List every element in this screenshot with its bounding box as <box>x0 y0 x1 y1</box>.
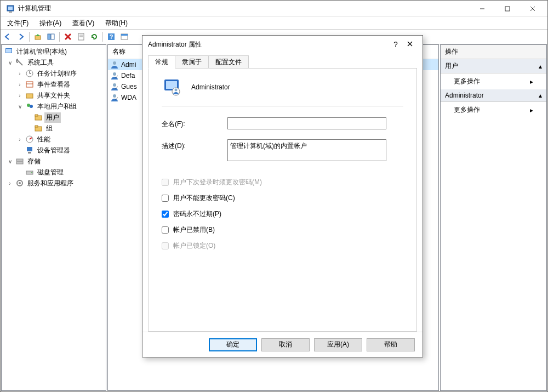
svg-rect-9 <box>51 34 54 39</box>
actions-header: 操作 <box>441 45 546 59</box>
dialog-help-button[interactable]: ? <box>389 40 403 49</box>
expand-icon[interactable]: ∨ <box>6 59 14 66</box>
list-item-label: Defa <box>121 72 135 79</box>
fullname-label: 全名(F): <box>162 117 227 129</box>
close-button[interactable] <box>520 1 545 17</box>
device-icon <box>25 146 34 155</box>
back-button[interactable] <box>2 31 14 43</box>
expand-icon[interactable]: › <box>16 92 24 99</box>
expand-icon[interactable]: ∨ <box>6 157 14 165</box>
tree-device-manager[interactable]: 设备管理器 <box>2 145 106 156</box>
show-hide-tree-button[interactable] <box>45 31 57 43</box>
tools-icon <box>15 58 24 67</box>
folder-icon <box>34 124 43 133</box>
tree-users[interactable]: 用户 <box>2 112 106 123</box>
menu-view[interactable]: 查看(V) <box>67 18 100 29</box>
actions-more-2[interactable]: 更多操作 ▸ <box>441 102 546 118</box>
actions-group-admin[interactable]: Administrator ▴ <box>441 89 546 102</box>
main-window: 计算机管理 文件(F) 操作(A) 查看(V) 帮助(H) ? <box>0 0 548 392</box>
svg-point-28 <box>30 105 33 108</box>
actions-pane: 操作 用户 ▴ 更多操作 ▸ Administrator ▴ 更多操作 ▸ <box>440 44 547 391</box>
cb-never-expire-row[interactable]: 密码永不过期(P) <box>162 209 403 219</box>
svg-rect-18 <box>121 34 128 36</box>
minimize-button[interactable] <box>470 1 495 17</box>
tree-storage[interactable]: ∨ 存储 <box>2 156 106 167</box>
menu-action[interactable]: 操作(A) <box>34 18 67 29</box>
up-button[interactable] <box>32 31 44 43</box>
cb-must-change-row: 用户下次登录时须更改密码(M) <box>162 178 403 187</box>
cb-cannot-change[interactable] <box>162 195 169 202</box>
tree-performance[interactable]: › 性能 <box>2 134 106 145</box>
cb-disabled-row[interactable]: 帐户已禁用(B) <box>162 225 403 235</box>
chevron-right-icon: ▸ <box>530 106 533 114</box>
list-item-label: Gues <box>121 83 137 90</box>
svg-rect-8 <box>48 34 50 39</box>
tree-groups[interactable]: 组 <box>2 123 106 134</box>
actions-more-1[interactable]: 更多操作 ▸ <box>441 73 546 89</box>
cb-cannot-change-row[interactable]: 用户不能更改密码(C) <box>162 194 403 203</box>
properties-dialog: Administrator 属性 ? 常规 隶属于 配置文件 Administr… <box>142 35 423 357</box>
properties-button[interactable] <box>75 31 87 43</box>
cb-never-expire[interactable] <box>162 211 169 218</box>
chevron-right-icon: ▸ <box>530 78 533 86</box>
fullname-input[interactable] <box>227 117 386 129</box>
apply-button[interactable]: 应用(A) <box>314 338 362 351</box>
svg-rect-30 <box>35 115 38 116</box>
svg-rect-2 <box>9 12 12 13</box>
main-titlebar: 计算机管理 <box>1 1 547 17</box>
cancel-button[interactable]: 取消 <box>261 338 310 351</box>
svg-point-44 <box>113 83 116 87</box>
tree-services-apps[interactable]: › 服务和应用程序 <box>2 178 106 189</box>
disk-icon <box>25 168 34 177</box>
list-item-label: Admi <box>121 61 136 69</box>
expand-icon[interactable]: › <box>16 135 24 143</box>
expand-icon[interactable]: › <box>16 70 24 77</box>
tree-pane: 计算机管理(本地) ∨ 系统工具 › 任务计划程序 › 事件查看器 <box>1 44 106 391</box>
collapse-icon: ▴ <box>539 63 542 70</box>
extra-button[interactable] <box>118 31 130 43</box>
dialog-close-button[interactable] <box>403 41 417 48</box>
cb-disabled[interactable] <box>162 226 169 234</box>
description-input[interactable]: 管理计算机(域)的内置帐户 <box>227 139 386 161</box>
maximize-button[interactable] <box>495 1 520 17</box>
delete-button[interactable] <box>62 31 74 43</box>
expand-icon[interactable]: › <box>6 179 14 187</box>
help-button[interactable]: ? <box>105 31 117 43</box>
tree-system-tools[interactable]: ∨ 系统工具 <box>2 57 106 68</box>
divider <box>162 106 403 106</box>
svg-rect-26 <box>26 94 33 98</box>
tree-shared-folders[interactable]: › 共享文件夹 <box>2 90 106 101</box>
svg-rect-24 <box>26 82 33 87</box>
ok-button[interactable]: 确定 <box>209 338 257 351</box>
expand-icon[interactable]: › <box>16 81 24 88</box>
collapse-icon: ▴ <box>539 92 542 99</box>
refresh-button[interactable] <box>88 31 100 43</box>
tab-profile[interactable]: 配置文件 <box>208 55 249 69</box>
tree-task-scheduler[interactable]: › 任务计划程序 <box>2 68 106 79</box>
forward-button[interactable] <box>15 31 27 43</box>
cb-locked <box>162 242 169 249</box>
tab-general[interactable]: 常规 <box>148 55 175 69</box>
tree-disk-management[interactable]: 磁盘管理 <box>2 167 106 178</box>
computer-icon <box>4 47 13 56</box>
actions-group-users[interactable]: 用户 ▴ <box>441 59 546 73</box>
tree-local-users-groups[interactable]: ∨ 本地用户和组 <box>2 101 106 112</box>
tab-memberof[interactable]: 隶属于 <box>175 55 209 69</box>
tree-event-viewer[interactable]: › 事件查看器 <box>2 79 106 90</box>
svg-rect-32 <box>35 126 38 127</box>
svg-rect-34 <box>27 147 32 151</box>
svg-point-42 <box>113 61 116 65</box>
menu-help[interactable]: 帮助(H) <box>100 18 133 29</box>
cb-locked-row: 帐户已锁定(O) <box>162 241 403 251</box>
cb-must-change <box>162 179 169 186</box>
user-large-icon <box>162 77 181 97</box>
help-button[interactable]: 帮助 <box>367 338 415 351</box>
svg-text:?: ? <box>110 33 113 40</box>
menu-file[interactable]: 文件(F) <box>2 18 34 29</box>
user-icon <box>110 93 119 102</box>
folder-icon <box>34 113 43 122</box>
expand-icon[interactable]: ∨ <box>16 103 24 110</box>
tree-root[interactable]: 计算机管理(本地) <box>2 46 106 57</box>
window-title: 计算机管理 <box>18 4 470 13</box>
dialog-buttons: 确定 取消 应用(A) 帮助 <box>142 332 423 357</box>
